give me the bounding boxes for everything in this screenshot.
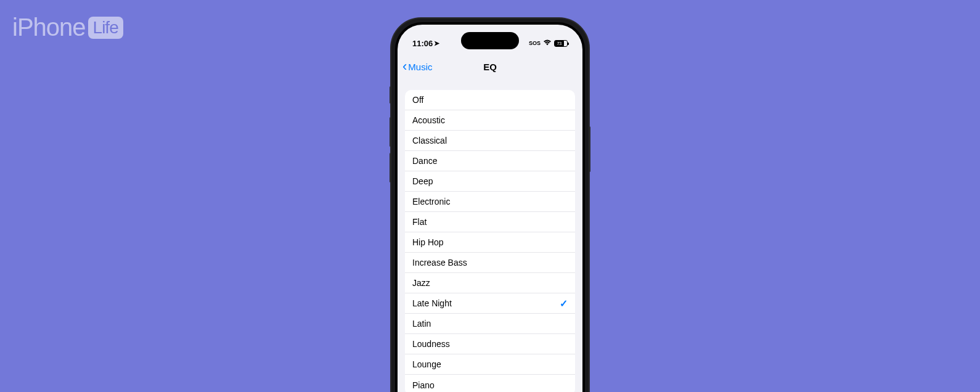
eq-option-label: Increase Bass [412, 258, 467, 267]
eq-option-label: Electronic [412, 197, 450, 206]
eq-option-label: Lounge [412, 359, 441, 369]
eq-option-latin[interactable]: Latin [405, 314, 575, 334]
eq-option-hip-hop[interactable]: Hip Hop [405, 232, 575, 253]
battery-icon: 73 [554, 40, 568, 47]
eq-option-late-night[interactable]: Late Night✓ [405, 293, 575, 314]
logo-brand: iPhone [12, 14, 86, 41]
iphonelife-logo: iPhone Life [12, 14, 123, 41]
silent-switch [390, 86, 391, 104]
eq-option-label: Acoustic [412, 115, 445, 125]
eq-option-piano[interactable]: Piano [405, 375, 575, 392]
logo-suffix: Life [88, 17, 123, 39]
volume-up-button [390, 117, 391, 147]
eq-option-label: Piano [412, 380, 435, 390]
eq-option-deep[interactable]: Deep [405, 171, 575, 192]
eq-option-label: Late Night [412, 298, 452, 308]
eq-option-electronic[interactable]: Electronic [405, 192, 575, 212]
eq-option-lounge[interactable]: Lounge [405, 354, 575, 375]
back-button[interactable]: ‹ Music [402, 60, 433, 73]
eq-option-label: Hip Hop [412, 237, 444, 247]
eq-option-classical[interactable]: Classical [405, 131, 575, 151]
eq-option-label: Latin [412, 319, 431, 329]
eq-option-flat[interactable]: Flat [405, 212, 575, 232]
page-title: EQ [483, 62, 497, 72]
location-icon: ➤ [434, 39, 439, 47]
eq-option-loudness[interactable]: Loudness [405, 334, 575, 354]
eq-option-label: Deep [412, 176, 433, 186]
phone-frame: 11:06 ➤ SOS 73 ‹ Music [391, 18, 589, 392]
eq-option-acoustic[interactable]: Acoustic [405, 110, 575, 131]
status-time: 11:06 [412, 39, 433, 48]
phone-screen: 11:06 ➤ SOS 73 ‹ Music [398, 25, 582, 392]
chevron-left-icon: ‹ [402, 60, 407, 73]
eq-option-label: Off [412, 95, 423, 105]
eq-option-label: Classical [412, 136, 447, 145]
eq-list: OffAcousticClassicalDanceDeepElectronicF… [405, 90, 575, 392]
battery-level: 73 [555, 41, 564, 46]
eq-option-dance[interactable]: Dance [405, 151, 575, 171]
eq-option-label: Flat [412, 217, 427, 227]
eq-option-label: Loudness [412, 339, 450, 349]
dynamic-island [461, 32, 519, 49]
eq-option-label: Dance [412, 156, 437, 166]
eq-option-jazz[interactable]: Jazz [405, 273, 575, 293]
back-label: Music [408, 62, 432, 72]
wifi-icon [543, 39, 552, 47]
eq-option-label: Jazz [412, 278, 430, 288]
nav-bar: ‹ Music EQ [398, 54, 582, 79]
eq-option-increase-bass[interactable]: Increase Bass [405, 253, 575, 273]
sos-indicator: SOS [529, 40, 541, 46]
eq-option-off[interactable]: Off [405, 90, 575, 110]
checkmark-icon: ✓ [560, 298, 568, 309]
power-button [589, 126, 590, 172]
volume-down-button [390, 153, 391, 182]
